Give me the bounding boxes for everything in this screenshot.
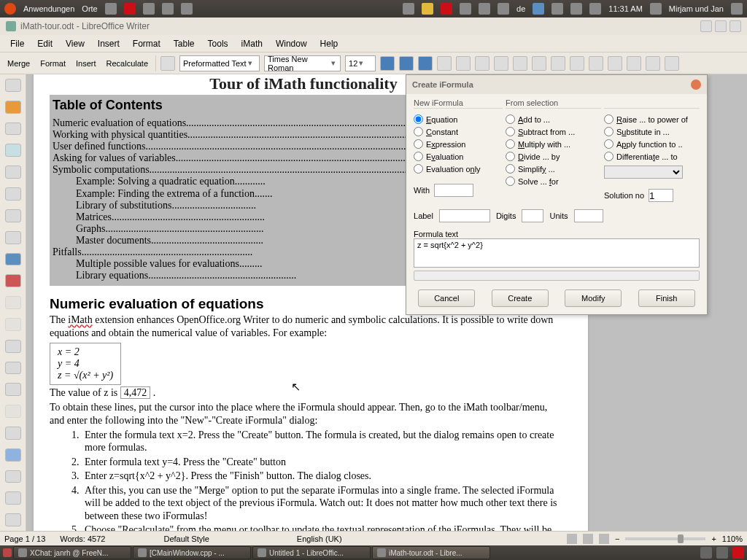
sound-icon[interactable]	[589, 3, 601, 15]
zoom-value[interactable]: 110%	[722, 534, 743, 543]
tray-icon[interactable]	[498, 3, 509, 15]
dialog-titlebar[interactable]: Create iFormula	[406, 75, 707, 94]
email-icon[interactable]	[5, 144, 21, 157]
create-button[interactable]: Create	[492, 289, 549, 307]
menu-format[interactable]: Format	[127, 36, 166, 51]
menu-window[interactable]: Window	[270, 36, 313, 51]
tray-icon[interactable]	[479, 3, 490, 15]
radio-evaluation[interactable]: Evaluation	[414, 152, 503, 161]
window-minimize-button[interactable]	[700, 20, 712, 32]
bullets-icon[interactable]	[551, 56, 565, 71]
radio-simplify[interactable]: Simplify ...	[506, 164, 601, 174]
italic-icon[interactable]	[399, 56, 414, 71]
equation-frame[interactable]: x = 2 y = 4 z = √(x² + y²)	[50, 343, 121, 385]
window-close-button[interactable]	[729, 20, 741, 32]
tray-icon[interactable]	[441, 3, 452, 15]
panel-icon[interactable]	[181, 3, 193, 15]
status-lang[interactable]: English (UK)	[297, 534, 342, 543]
merge-button[interactable]: Merge	[4, 58, 33, 69]
brush-icon[interactable]	[5, 362, 21, 375]
format-button[interactable]: Format	[37, 58, 69, 69]
places-menu[interactable]: Orte	[82, 4, 97, 13]
nonprinting-icon[interactable]	[5, 513, 21, 526]
bold-icon[interactable]	[380, 56, 395, 71]
edit-icon[interactable]	[5, 166, 21, 179]
paste-icon[interactable]	[5, 340, 21, 353]
radio-constant[interactable]: Constant	[414, 127, 503, 136]
align-center-icon[interactable]	[456, 56, 471, 71]
close-icon[interactable]	[691, 79, 701, 90]
radio-divide[interactable]: Divide ... by	[506, 152, 601, 161]
workspace-switcher[interactable]	[700, 547, 712, 559]
styles-icon[interactable]	[160, 56, 175, 71]
radio-subtract[interactable]: Subtract from ...	[506, 127, 601, 136]
zoom-out-icon[interactable]: −	[615, 534, 619, 543]
radio-evaluation-only[interactable]: Evaluation only	[414, 164, 503, 174]
solution-no-input[interactable]	[649, 189, 673, 202]
radio-substitute[interactable]: Substitute in ...	[604, 127, 700, 136]
font-name-combo[interactable]: Times New Roman▾	[264, 55, 341, 71]
selection-combo[interactable]	[604, 166, 683, 179]
shutdown-icon[interactable]	[731, 3, 743, 15]
table-icon[interactable]	[5, 448, 21, 462]
panel-icon[interactable]	[143, 3, 155, 15]
tray-icon[interactable]	[551, 3, 563, 15]
menu-imath[interactable]: iMath	[236, 36, 268, 51]
status-words[interactable]: Words: 4572	[60, 534, 105, 543]
window-maximize-button[interactable]	[715, 20, 727, 32]
toolbar-icon[interactable]	[532, 56, 546, 71]
menu-file[interactable]: File	[4, 36, 30, 51]
spellcheck-icon[interactable]	[5, 253, 21, 266]
opera-tray-icon[interactable]	[732, 547, 744, 559]
radio-solve-for[interactable]: Solve ... for	[506, 176, 601, 186]
menu-edit[interactable]: Edit	[31, 36, 58, 51]
indent-dec-icon[interactable]	[589, 56, 603, 71]
mail-icon[interactable]	[533, 3, 544, 15]
radio-equation[interactable]: Equation	[414, 114, 503, 124]
underline-icon[interactable]	[418, 56, 433, 71]
new-icon[interactable]	[5, 79, 21, 92]
insert-button[interactable]: Insert	[73, 58, 99, 69]
paragraph-style-combo[interactable]: Preformatted Text▾	[179, 55, 260, 71]
toolbar-icon[interactable]	[5, 470, 21, 483]
radio-add-to[interactable]: Add to ...	[506, 114, 601, 124]
preview-icon[interactable]	[5, 231, 21, 244]
hyperlink-icon[interactable]	[5, 427, 21, 440]
zoom-in-icon[interactable]: +	[711, 534, 716, 543]
menu-insert[interactable]: Insert	[92, 36, 125, 51]
zoom-slider[interactable]	[625, 537, 705, 540]
menu-tools[interactable]: Tools	[202, 36, 234, 51]
print-icon[interactable]	[5, 209, 21, 222]
clock[interactable]: 11:31 AM	[608, 4, 642, 13]
value-frame[interactable]: 4,472	[120, 386, 151, 399]
applications-menu[interactable]: Anwendungen	[23, 4, 74, 13]
status-style[interactable]: Default Style	[163, 534, 209, 543]
tray-icon[interactable]	[422, 3, 433, 15]
panel-icon[interactable]	[105, 3, 117, 15]
units-input[interactable]	[574, 209, 603, 222]
digits-input[interactable]	[522, 209, 543, 222]
radio-differentiate[interactable]: Differentiate ... to	[604, 152, 700, 161]
open-icon[interactable]	[5, 101, 21, 114]
formula-textarea[interactable]: z = sqrt{x^2 + y^2}	[414, 238, 700, 268]
font-color-icon[interactable]	[627, 56, 641, 71]
task-imath-tour[interactable]: iMath-tour.odt - Libre...	[372, 546, 490, 559]
numbering-icon[interactable]	[570, 56, 584, 71]
task-editor[interactable]: [CMainWindow.cpp - ...	[133, 546, 251, 559]
toolbar-icon[interactable]	[513, 56, 527, 71]
status-page[interactable]: Page 1 / 13	[4, 534, 45, 543]
radio-apply-function[interactable]: Apply function to ..	[604, 139, 700, 149]
radio-raise[interactable]: Raise ... to power of	[604, 114, 700, 124]
modify-button[interactable]: Modify	[565, 289, 622, 307]
tray-icon[interactable]	[460, 3, 471, 15]
align-right-icon[interactable]	[475, 56, 489, 71]
view-icon[interactable]	[567, 534, 577, 544]
recalculate-button[interactable]: Recalculate	[104, 58, 151, 69]
network-icon[interactable]	[570, 3, 582, 15]
show-desktop-icon[interactable]	[3, 548, 12, 557]
menu-view[interactable]: View	[60, 36, 90, 51]
trash-icon[interactable]	[716, 547, 728, 559]
undo-icon[interactable]	[5, 383, 21, 396]
align-left-icon[interactable]	[437, 56, 452, 71]
ubuntu-logo[interactable]	[4, 3, 16, 15]
